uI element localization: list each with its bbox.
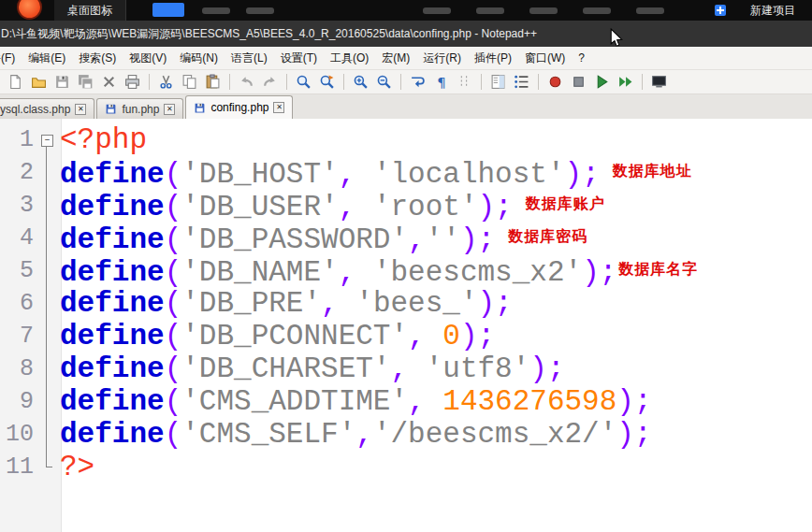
code-token: ); bbox=[478, 287, 513, 320]
window-title: D:\斗鱼视频\靶场源码\WEB漏洞源码\BEESCMS_A5\BEES_4.0… bbox=[1, 27, 537, 40]
show-all-characters-button[interactable] bbox=[430, 72, 452, 93]
code-token: , bbox=[408, 320, 442, 352]
menu-item[interactable]: 文件(F) bbox=[0, 49, 22, 67]
macro-play-button[interactable] bbox=[591, 72, 613, 93]
code-line-2: 2define('DB_HOST', 'localhost');数据库地址 bbox=[0, 156, 812, 189]
code-token: 'localhost' bbox=[373, 158, 565, 191]
document-map-button[interactable] bbox=[487, 72, 509, 93]
menu-item[interactable]: 设置(T) bbox=[274, 49, 324, 67]
code-token: 'DB_USER' bbox=[181, 191, 338, 223]
copy-icon bbox=[181, 74, 197, 90]
zoom-out-button[interactable] bbox=[373, 72, 395, 93]
new-project-icon bbox=[715, 5, 726, 16]
close-button[interactable] bbox=[98, 72, 120, 93]
new-file-button[interactable] bbox=[5, 72, 26, 93]
zoom-out-icon bbox=[376, 74, 392, 90]
code-token: 'DB_HOST' bbox=[181, 158, 338, 191]
macro-run-multiple-button[interactable] bbox=[615, 72, 636, 93]
macro-stop-button[interactable] bbox=[568, 72, 589, 93]
code-token: 'DB_PCONNECT' bbox=[181, 320, 408, 352]
mouse-cursor bbox=[610, 28, 624, 49]
tab-close-icon[interactable]: ✕ bbox=[75, 104, 86, 115]
menu-item[interactable]: 编码(N) bbox=[173, 49, 225, 67]
tab-close-icon[interactable]: ✕ bbox=[164, 104, 175, 115]
tab-confing.php[interactable]: confing.php✕ bbox=[185, 95, 293, 119]
code-text: define('DB_PASSWORD','');数据库密码 bbox=[56, 220, 587, 256]
indent-guide-button[interactable] bbox=[454, 72, 475, 93]
tab-fun.php[interactable]: fun.php✕ bbox=[96, 98, 183, 119]
menu-item[interactable]: 语言(L) bbox=[225, 49, 274, 67]
code-token: ( bbox=[165, 191, 182, 223]
fold-collapse-icon[interactable] bbox=[39, 123, 56, 156]
tab-ysql.class.php[interactable]: ysql.class.php✕ bbox=[0, 98, 94, 119]
code-token: ); bbox=[565, 158, 600, 191]
macro-record-button[interactable] bbox=[544, 72, 566, 93]
menu-item[interactable]: 宏(M) bbox=[375, 49, 416, 67]
zoom-in-icon bbox=[353, 74, 369, 90]
menu-item[interactable]: 视图(V) bbox=[123, 49, 173, 67]
code-line-10: 10define('CMS_SELF','/beescms_x2/'); bbox=[0, 418, 812, 451]
code-line-9: 9define('CMS_ADDTIME', 1436276598); bbox=[0, 385, 812, 418]
menu-item[interactable]: 工具(O) bbox=[324, 49, 375, 67]
line-number: 1 bbox=[0, 123, 39, 156]
save-all-button[interactable] bbox=[75, 72, 96, 93]
replace-button[interactable] bbox=[316, 72, 338, 93]
fold-margin bbox=[39, 222, 56, 254]
new-project-button[interactable]: 新建项目 bbox=[750, 0, 795, 21]
menu-item[interactable]: 编辑(E) bbox=[22, 49, 72, 67]
floppy-icon bbox=[54, 74, 70, 90]
code-token: define bbox=[60, 418, 165, 451]
toolbar-separator bbox=[481, 74, 482, 90]
tab-label: confing.php bbox=[210, 101, 268, 114]
zoom-in-button[interactable] bbox=[350, 72, 371, 93]
line-number: 10 bbox=[0, 418, 39, 451]
fold-margin bbox=[39, 385, 56, 418]
open-file-button[interactable] bbox=[28, 72, 50, 93]
code-token: , bbox=[339, 256, 373, 289]
copy-button[interactable] bbox=[179, 72, 200, 93]
redo-button[interactable] bbox=[259, 72, 281, 93]
code-token: ( bbox=[165, 256, 182, 289]
floppy-icon bbox=[194, 102, 206, 114]
editor[interactable]: 1<?php2define('DB_HOST', 'localhost');数据… bbox=[0, 119, 812, 532]
function-list-button[interactable] bbox=[511, 72, 532, 93]
list-icon bbox=[514, 74, 529, 90]
save-button[interactable] bbox=[51, 72, 73, 93]
play-icon bbox=[594, 74, 610, 90]
code-token: 1436276598 bbox=[442, 385, 616, 418]
code-token: 'beescms_x2' bbox=[373, 256, 582, 289]
word-wrap-button[interactable] bbox=[407, 72, 428, 93]
undo-button[interactable] bbox=[236, 72, 257, 93]
print-button[interactable] bbox=[122, 72, 143, 93]
paste-button[interactable] bbox=[202, 72, 224, 93]
line-number: 2 bbox=[0, 156, 39, 189]
code-text: define('DB_NAME', 'beescms_x2');数据库名字 bbox=[56, 252, 698, 289]
code-token: , bbox=[339, 158, 373, 191]
line-number: 4 bbox=[0, 222, 39, 254]
menu-item[interactable]: 窗口(W) bbox=[518, 49, 572, 67]
desktop-icons-button[interactable]: 桌面图标 bbox=[54, 0, 126, 21]
monitor-icon bbox=[651, 74, 667, 90]
code-token: ); bbox=[460, 320, 495, 352]
code-token: 'DB_CHARSET' bbox=[181, 352, 390, 385]
document-monitor-button[interactable] bbox=[648, 72, 670, 93]
wrap-icon bbox=[410, 74, 426, 90]
find-icon bbox=[296, 74, 312, 90]
menu-item[interactable]: 运行(R) bbox=[416, 49, 468, 67]
code-token: define bbox=[60, 158, 165, 191]
code-text: ?> bbox=[56, 451, 94, 483]
menu-item[interactable]: ? bbox=[572, 49, 591, 67]
toolbar-separator bbox=[286, 74, 287, 90]
code-token: 'DB_NAME' bbox=[181, 256, 338, 289]
tab-close-icon[interactable]: ✕ bbox=[273, 102, 284, 113]
paste-icon bbox=[205, 74, 221, 90]
pilcrow-icon bbox=[433, 74, 449, 90]
toolbar bbox=[0, 69, 812, 94]
menu-item[interactable]: 搜索(S) bbox=[72, 49, 123, 67]
cut-button[interactable] bbox=[155, 72, 177, 93]
background-active-item bbox=[152, 3, 184, 17]
editor-lines: 1<?php2define('DB_HOST', 'localhost');数据… bbox=[0, 119, 812, 483]
find-button[interactable] bbox=[293, 72, 314, 93]
code-text: define('DB_HOST', 'localhost');数据库地址 bbox=[56, 154, 692, 191]
menu-item[interactable]: 插件(P) bbox=[468, 49, 518, 67]
